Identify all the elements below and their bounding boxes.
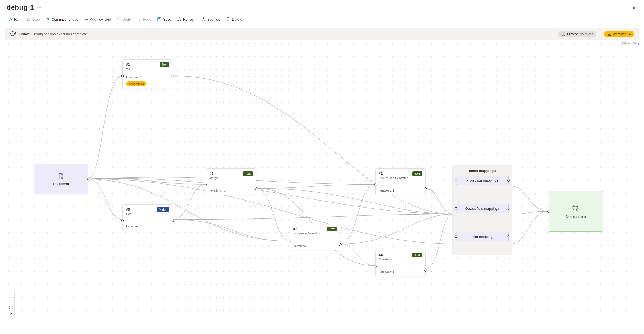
- projection-mappings-node[interactable]: Projection mappings: [456, 176, 509, 185]
- gear-icon: [201, 17, 206, 21]
- skill-node-5[interactable]: #5 Text Merge Iterations: 1: [206, 168, 256, 195]
- field-mappings-node[interactable]: Field mappings: [456, 232, 509, 241]
- svg-point-1: [47, 18, 49, 20]
- port-out[interactable]: [507, 235, 510, 238]
- svg-point-4: [203, 19, 204, 20]
- zoom-in-button[interactable]: +: [8, 291, 14, 297]
- zoom-out-button[interactable]: −: [8, 297, 14, 304]
- svg-rect-10: [10, 314, 12, 315]
- svg-rect-2: [158, 18, 161, 21]
- refresh-icon: [177, 17, 182, 21]
- lock-button[interactable]: [8, 310, 14, 317]
- page-title: debug-1: [7, 3, 34, 12]
- more-icon[interactable]: ···: [37, 5, 41, 10]
- mappings-title: Index mappings: [456, 169, 509, 173]
- stop-icon: [27, 17, 31, 21]
- port-in[interactable]: [454, 207, 457, 210]
- play-icon: [8, 17, 12, 21]
- lock-icon: [9, 312, 13, 316]
- port-out[interactable]: [507, 207, 510, 210]
- status-bar: Done: Debug session execution complete. …: [5, 28, 639, 40]
- trash-icon: [226, 17, 230, 21]
- errors-pill[interactable]: Errors: No errors: [558, 31, 596, 37]
- index-mappings-group: Index mappings Projection mappings Outpu…: [452, 165, 512, 255]
- badge-text: Text: [327, 227, 337, 231]
- undo-button[interactable]: Undo: [114, 15, 134, 23]
- redo-button[interactable]: Redo: [134, 15, 154, 23]
- attribution: React Flow: [622, 41, 637, 44]
- flow-canvas[interactable]: React Flow: [5, 40, 639, 320]
- badge-text: Text: [243, 171, 253, 176]
- commit-button[interactable]: Commit changes: [43, 15, 81, 23]
- node-warning-badge: 1 Warnings: [126, 81, 146, 86]
- refresh-button[interactable]: Refresh: [174, 15, 198, 23]
- svg-rect-3: [158, 18, 160, 19]
- warning-icon: [607, 32, 611, 36]
- skill-node-3[interactable]: #3 Text Language Detection Iterations: 1: [290, 224, 340, 250]
- port-out[interactable]: [86, 177, 89, 180]
- port-in[interactable]: [454, 179, 457, 182]
- skill-node-6[interactable]: #6 Vision Ocr Iterations: 1: [122, 204, 173, 231]
- close-icon[interactable]: ✕: [632, 5, 636, 11]
- redo-icon: [137, 17, 141, 21]
- port-in[interactable]: [547, 210, 550, 213]
- skill-node-4[interactable]: #4 Text Translation Iterations: 1: [375, 250, 426, 276]
- edges: [5, 40, 639, 320]
- document-node[interactable]: Document: [34, 164, 88, 194]
- save-icon: [157, 17, 161, 21]
- delete-button[interactable]: Delete: [223, 15, 245, 23]
- done-icon: [10, 31, 16, 37]
- search-index-node[interactable]: Search index: [549, 191, 603, 232]
- badge-text: Text: [412, 253, 422, 257]
- plus-icon: [84, 17, 88, 21]
- add-skill-button[interactable]: Add new skill: [81, 15, 113, 23]
- undo-icon: [116, 17, 121, 21]
- fit-view-button[interactable]: ⛶: [8, 304, 14, 310]
- error-icon: [562, 32, 565, 36]
- warnings-pill[interactable]: Warnings: 4: [604, 31, 634, 37]
- stop-button[interactable]: Stop: [24, 15, 43, 23]
- search-index-label: Search index: [565, 215, 586, 219]
- svg-point-5: [11, 32, 15, 36]
- save-button[interactable]: Save: [154, 15, 174, 23]
- settings-button[interactable]: Settings: [199, 15, 223, 23]
- toolbar: Run Stop Commit changes Add new skill Un…: [0, 14, 644, 25]
- svg-point-7: [62, 177, 63, 178]
- status-label: Done:: [19, 32, 29, 36]
- port-in[interactable]: [454, 235, 457, 238]
- badge-text: Text: [412, 171, 422, 176]
- pill-divider: [600, 31, 600, 37]
- skill-node-1[interactable]: #1 Text V3 Iterations: 1 1 Warnings: [122, 59, 173, 89]
- document-icon: [57, 173, 64, 180]
- database-search-icon: [572, 204, 580, 212]
- commit-icon: [46, 17, 50, 21]
- svg-point-8: [573, 205, 577, 207]
- canvas-controls: + − ⛶: [8, 291, 15, 317]
- status-message: Debug session execution complete.: [33, 32, 88, 36]
- skill-node-2[interactable]: #2 Text Key Phrase Extraction Iterations…: [375, 168, 426, 195]
- output-field-mappings-node[interactable]: Output field mappings: [456, 204, 509, 213]
- badge-vision: Vision: [157, 207, 169, 212]
- run-button[interactable]: Run: [5, 15, 23, 23]
- svg-rect-0: [27, 18, 30, 21]
- badge-text: Text: [160, 62, 169, 67]
- port-out[interactable]: [507, 179, 510, 182]
- document-label: Document: [53, 182, 69, 186]
